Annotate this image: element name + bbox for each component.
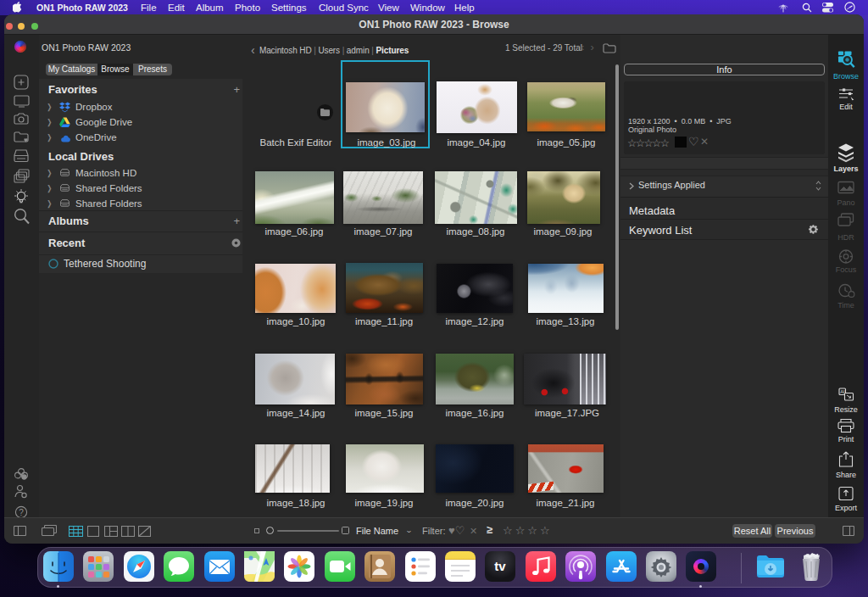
svg-text:?: ?	[19, 508, 24, 517]
